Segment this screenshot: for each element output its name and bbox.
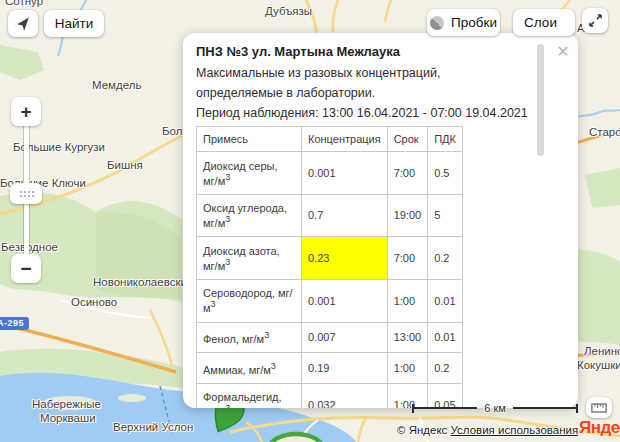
unit-superscript: 3 [225,403,230,408]
col-header-time: Срок [387,127,428,152]
substance-name: Аммиак, мг/м [203,363,271,375]
map-viewport[interactable]: Сотнур Дубъязы Мемдель Боль Большие Кург… [0,0,620,442]
map-label-settlement: Моркваши [40,412,96,424]
map-label-settlement: Кокушкино [577,359,620,371]
unit-superscript: 3 [225,214,230,224]
substance-name: Диоксид азота, мг/м [203,245,280,272]
map-label-settlement: Ленино- [584,345,620,357]
time-value: 7:00 [387,152,428,195]
concentration-value: 0.032 [302,383,388,408]
concentration-table: Примесь Концентрация Срок ПДК Диоксид се… [196,126,463,408]
pdk-value: 0.5 [428,152,463,195]
traffic-button-label: Пробки [451,15,497,30]
time-value: 1:00 [387,279,428,322]
pdk-value: 5 [428,194,463,237]
substance-name: Сероводород, мг/м [203,287,293,314]
pdk-value: 0.2 [428,237,463,280]
map-label-settlement: Осиново [71,296,117,308]
zoom-out-button[interactable]: − [11,254,41,283]
table-row: Диоксид серы, мг/м3 0.001 7:00 0.5 [197,152,463,195]
search-button[interactable]: Найти [44,10,104,37]
grip-dots-icon [19,190,34,197]
map-label-settlement: Дубъязы [265,5,312,17]
unit-superscript: 3 [225,172,230,182]
road-number-badge: А-295 [0,317,29,330]
popup-description-line: определяемые в лаборатории. [196,83,564,103]
col-header-pdk: ПДК [428,127,463,152]
unit-superscript: 3 [225,257,230,267]
table-row: Фенол, мг/м3 0.007 13:00 0.01 [197,322,463,353]
time-value: 19:00 [387,194,428,237]
time-value: 13:00 [387,322,428,353]
copyright-line: © Яндекс Условия использования [397,424,578,436]
unit-superscript: 3 [264,330,269,340]
map-label-settlement: Новониколаевский [93,276,193,288]
concentration-value: 0.001 [302,152,388,195]
concentration-value: 0.001 [302,279,388,322]
table-row: Сероводород, мг/м3 0.001 1:00 0.01 [197,279,463,322]
pdk-value: 0.01 [428,279,463,322]
yandex-logo[interactable]: Яндекс [579,418,620,438]
substance-name: Оксид углерода, мг/м [203,202,287,229]
map-label-settlement: Набережные [32,398,101,410]
traffic-light-icon [430,16,444,30]
col-header-concentration: Концентрация [302,127,388,152]
substance-name: Формальдегид, мг/м [203,391,282,408]
ruler-button[interactable] [586,397,612,418]
copyright-text: © Яндекс [397,424,447,436]
close-icon[interactable]: ✕ [554,43,572,61]
pdk-value: 0.2 [428,353,463,384]
geolocation-button[interactable] [8,10,38,37]
table-row: Оксид углерода, мг/м3 0.7 19:00 5 [197,194,463,237]
map-label-settlement: Старо [589,126,620,138]
time-value: 1:00 [387,353,428,384]
layers-button-label: Слои [524,15,557,30]
table-header-row: Примесь Концентрация Срок ПДК [197,127,463,152]
map-label-settlement: Бишня [107,159,143,171]
location-arrow-icon [15,16,31,32]
zoom-slider-handle[interactable] [10,183,42,204]
map-label-settlement: Верхний Услон [113,421,193,433]
zoom-in-button[interactable]: + [11,97,41,126]
scale-label: 6 км [484,402,506,414]
map-label-settlement: Безводное [1,241,58,253]
map-scale-bar: 6 км [412,403,578,413]
terms-of-use-link[interactable]: Условия использования [451,424,579,436]
concentration-value: 0.7 [302,194,388,237]
time-value: 7:00 [387,237,428,280]
concentration-value: 0.19 [302,353,388,384]
layers-dropdown-button[interactable]: Слои [513,9,575,36]
fullscreen-expand-button[interactable] [582,8,608,33]
concentration-value: 0.007 [302,322,388,353]
station-info-popup: ПНЗ №3 ул. Мартына Межлаука Максимальные… [183,33,578,408]
substance-name: Фенол, мг/м [203,333,264,345]
concentration-value-highlighted: 0.23 [302,237,388,280]
col-header-substance: Примесь [197,127,302,152]
popup-title: ПНЗ №3 ул. Мартына Межлаука [196,42,564,61]
unit-superscript: 3 [271,361,276,371]
map-label-settlement: Сотнур [5,0,43,7]
pdk-value: 0.01 [428,322,463,353]
expand-arrows-icon [589,14,602,27]
traffic-button[interactable]: Пробки [427,9,500,36]
table-row: Аммиак, мг/м3 0.19 1:00 0.2 [197,353,463,384]
popup-scrollbar[interactable] [537,44,544,156]
ruler-icon [591,403,607,413]
unit-superscript: 3 [211,299,216,309]
search-button-label: Найти [55,16,94,31]
substance-name: Диоксид серы, мг/м [203,160,277,187]
observation-period: Период наблюдения: 13:00 16.04.2021 - 07… [196,103,564,123]
popup-description-line: Максимальные из разовых концентраций, [196,63,564,83]
map-label-settlement: Мемдель [92,79,141,91]
table-row: Диоксид азота, мг/м3 0.23 7:00 0.2 [197,237,463,280]
